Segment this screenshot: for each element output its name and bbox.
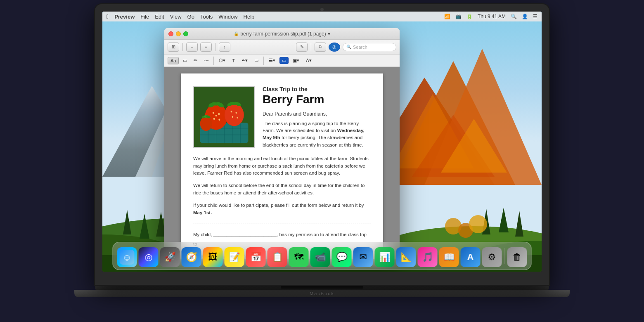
font-button[interactable]: A▾ (303, 57, 314, 64)
svg-point-48 (225, 104, 244, 126)
dock-facetime[interactable]: 📹 (310, 247, 330, 267)
menubar-view[interactable]: View (170, 14, 182, 20)
user-icon[interactable]: 👤 (522, 14, 528, 19)
menubar-window[interactable]: Window (218, 14, 237, 20)
dock-launchpad[interactable]: 🚀 (160, 247, 180, 267)
pdf-paragraph-4: If your child would like to participate,… (193, 202, 371, 217)
svg-point-50 (235, 112, 237, 114)
copy-button[interactable]: ⧉ (315, 43, 326, 52)
dock-reminders[interactable]: 📋 (268, 247, 287, 267)
zoom-in-icon: + (205, 45, 207, 50)
dock-siri[interactable]: ◎ (139, 247, 159, 267)
dock-safari[interactable]: 🧭 (182, 247, 201, 267)
pdf-content-area[interactable]: Class Trip to the Berry Farm Dear Parent… (164, 67, 400, 259)
menubar-left:  Preview File Edit View Go Tools Window… (107, 13, 254, 20)
sketch-icon: ✏ (194, 58, 197, 63)
notifications-icon[interactable]: ☰ (533, 14, 537, 19)
dock-photos[interactable]: 🖼 (203, 247, 223, 267)
search-icon[interactable]: 🔍 (511, 14, 517, 19)
fill-button[interactable]: ▣▾ (290, 57, 302, 64)
pdf-page: Class Trip to the Berry Farm Dear Parent… (181, 73, 383, 259)
menubar-help[interactable]: Help (244, 14, 255, 20)
main-toolbar: ⊞ − + ↑ ✎ (164, 40, 400, 54)
border-icon: ▭ (282, 58, 286, 63)
dock-finder[interactable]: ☺ (117, 247, 137, 267)
apple-menu[interactable]:  (107, 13, 109, 20)
dock-notes[interactable]: 📝 (225, 247, 244, 267)
dock-keynote[interactable]: 📐 (396, 247, 416, 267)
menubar-go[interactable]: Go (187, 14, 194, 20)
svg-point-26 (469, 215, 487, 233)
pdf-body-paragraph1: The class is planning a spring trip to t… (263, 120, 371, 149)
menubar-file[interactable]: File (140, 14, 149, 20)
camera (320, 8, 324, 11)
dock-messages[interactable]: 💬 (332, 247, 352, 267)
markup-button[interactable]: ✎ (296, 43, 308, 52)
zoom-out-button[interactable]: − (186, 43, 198, 52)
zoom-out-icon: − (191, 45, 193, 50)
dock-mail[interactable]: ✉ (353, 247, 373, 267)
pen-icon: ✎ (300, 44, 304, 50)
signature-button[interactable]: ✒▾ (239, 57, 250, 64)
lock-icon: 🔒 (234, 31, 239, 36)
menubar-tools[interactable]: Tools (200, 14, 213, 20)
svg-point-40 (218, 113, 220, 115)
ann-sep-2 (263, 57, 264, 65)
border-button[interactable]: ▭ (279, 57, 289, 64)
shapes-icon: ⬡▾ (219, 58, 225, 63)
sidebar-toggle-button[interactable]: ⊞ (168, 43, 179, 52)
rect-select-button[interactable]: ▭ (180, 57, 189, 64)
dock-ibooks[interactable]: 📖 (439, 247, 459, 267)
search-box[interactable]: 🔍 Search (343, 43, 396, 51)
toolbar-separator-3 (311, 43, 311, 51)
find-icon: ◎ (332, 44, 336, 50)
draw-button[interactable]: 〰 (201, 57, 211, 64)
hinge-indent (281, 286, 363, 289)
dock-maps[interactable]: 🗺 (289, 247, 309, 267)
share-button[interactable]: ↑ (219, 43, 230, 52)
dock-itunes[interactable]: 🎵 (418, 247, 438, 267)
find-button[interactable]: ◎ (329, 43, 340, 52)
strawberry-image (193, 86, 255, 148)
shapes-button[interactable]: ⬡▾ (216, 57, 228, 64)
macbook-label: MacBook (310, 291, 334, 296)
clock: Thu 9:41 AM (478, 14, 506, 19)
dock-numbers[interactable]: 📊 (375, 247, 395, 267)
copy-icon: ⧉ (319, 44, 322, 50)
menubar-app-name[interactable]: Preview (114, 14, 135, 20)
textbox-icon: T (232, 58, 235, 63)
dock: ☺ ◎ 🚀 🧭 🖼 📝 📅 (113, 242, 532, 270)
text-tool-button[interactable]: Aa (168, 57, 179, 64)
align-icon: ☰▾ (269, 58, 275, 63)
search-icon-small: 🔍 (346, 45, 351, 49)
dock-trash[interactable]: 🗑 (507, 247, 527, 267)
traffic-lights (168, 31, 188, 36)
airplay-icon: 📺 (455, 14, 462, 19)
svg-point-39 (213, 112, 214, 114)
maximize-button[interactable] (183, 31, 188, 36)
dock-preferences[interactable]: ⚙ (482, 247, 502, 267)
minimize-button[interactable] (176, 31, 181, 36)
svg-point-43 (215, 115, 217, 117)
sketch-button[interactable]: ✏ (191, 57, 200, 64)
font-icon: A▾ (306, 58, 311, 63)
toolbar-separator-2 (215, 43, 215, 51)
align-button[interactable]: ☰▾ (266, 57, 278, 64)
close-button[interactable] (168, 31, 173, 36)
sidebar-icon: ⊞ (172, 44, 175, 50)
menubar-edit[interactable]: Edit (155, 14, 164, 20)
menubar-right: 📶 📺 🔋 Thu 9:41 AM 🔍 👤 ☰ (444, 14, 537, 19)
dock-appstore[interactable]: A (461, 247, 481, 267)
svg-point-42 (218, 118, 220, 121)
pdf-subtitle: Class Trip to the (263, 86, 371, 92)
chevron-down-icon: ▾ (328, 31, 330, 37)
zoom-in-button[interactable]: + (200, 43, 212, 52)
svg-point-56 (200, 116, 212, 131)
toolbar-separator-1 (182, 43, 183, 51)
rect-tool-button[interactable]: ▭ (252, 57, 261, 64)
pdf-paragraph-2: We will arrive in the morning and eat lu… (193, 155, 371, 177)
text-box-button[interactable]: T (230, 57, 237, 64)
window-title: 🔒 berry-farm-permission-slip.pdf (1 page… (234, 31, 330, 37)
dock-calendar[interactable]: 📅 (246, 247, 266, 267)
text-icon: Aa (170, 58, 176, 63)
